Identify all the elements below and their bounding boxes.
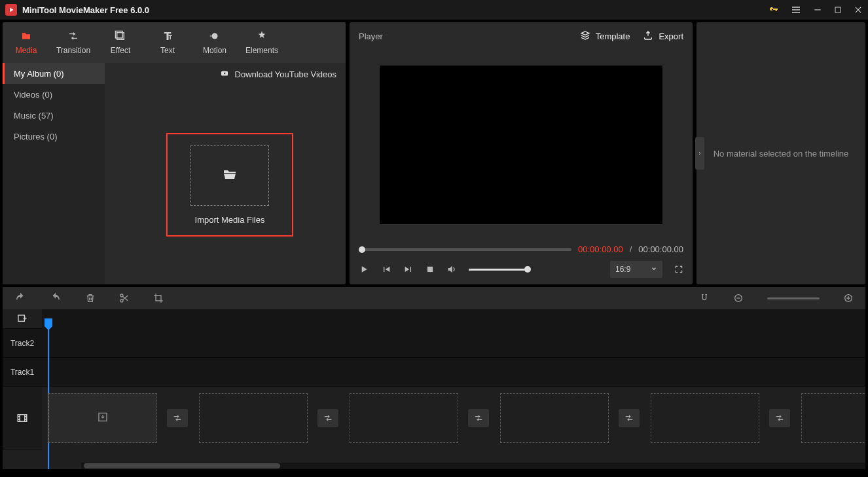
timeline-toolbar — [3, 287, 865, 309]
player-title: Player — [359, 31, 567, 41]
media-panel: Media Transition Effect Text — [3, 22, 346, 284]
tab-elements[interactable]: Elements — [238, 22, 285, 63]
volume-slider[interactable] — [469, 269, 528, 271]
timeline-body: Track2 Track1 — [3, 309, 865, 469]
sidebar-item-my-album[interactable]: My Album (0) — [3, 63, 105, 84]
volume-icon[interactable] — [446, 264, 457, 275]
tab-elements-label: Elements — [245, 46, 278, 55]
add-track-button[interactable] — [3, 309, 42, 329]
tab-effect[interactable]: Effect — [97, 22, 144, 63]
template-button[interactable]: Template — [580, 30, 630, 43]
video-preview[interactable] — [380, 66, 662, 224]
clip-slot[interactable] — [651, 393, 759, 443]
license-key-icon[interactable] — [769, 5, 779, 15]
effect-icon — [115, 30, 126, 42]
transition-icon — [67, 30, 80, 42]
undo-icon[interactable] — [14, 292, 26, 304]
import-label: Import Media Files — [195, 215, 265, 225]
chevron-down-icon — [651, 265, 657, 274]
tab-media-label: Media — [16, 46, 37, 55]
collapse-handle[interactable] — [695, 137, 704, 170]
track-1-lane[interactable] — [42, 358, 865, 387]
delete-icon[interactable] — [85, 293, 96, 303]
elements-icon — [256, 30, 268, 42]
clip-row[interactable] — [42, 387, 865, 449]
folder-open-icon — [221, 166, 239, 184]
track-2-lane[interactable] — [42, 329, 865, 358]
app-title: MiniTool MovieMaker Free 6.0.0 — [22, 5, 769, 15]
tab-motion-label: Motion — [203, 46, 226, 55]
player-panel: Player Template Export 00:00:00.00 / — [350, 22, 693, 284]
zoom-slider[interactable] — [767, 297, 820, 299]
playhead[interactable] — [45, 318, 52, 326]
split-icon[interactable] — [119, 293, 130, 303]
transition-slot-icon[interactable] — [317, 409, 338, 427]
svg-point-3 — [212, 33, 218, 39]
youtube-icon — [219, 69, 230, 79]
menu-icon[interactable] — [791, 5, 801, 15]
aspect-ratio-value: 16:9 — [615, 265, 630, 274]
redo-icon[interactable] — [50, 292, 62, 304]
clip-slot[interactable] — [48, 393, 157, 443]
track-label-1[interactable]: Track1 — [3, 358, 42, 387]
main-tabs: Media Transition Effect Text — [3, 22, 346, 63]
timeline-scrollbar[interactable] — [81, 463, 865, 469]
time-total: 00:00:00.00 — [638, 244, 683, 254]
svg-point-4 — [210, 35, 212, 37]
clip-slot[interactable] — [350, 393, 458, 443]
sidebar-item-music[interactable]: Music (57) — [3, 105, 105, 126]
export-icon — [643, 30, 653, 43]
prev-frame-icon[interactable] — [381, 264, 391, 275]
text-icon — [162, 30, 173, 42]
svg-rect-0 — [835, 7, 841, 12]
crop-icon[interactable] — [153, 293, 164, 303]
clip-slot[interactable] — [801, 393, 865, 443]
maximize-icon[interactable] — [834, 6, 842, 14]
transition-slot-icon[interactable] — [468, 409, 489, 427]
sidebar-item-videos[interactable]: Videos (0) — [3, 84, 105, 105]
fullscreen-icon[interactable] — [674, 265, 683, 274]
stop-icon[interactable] — [425, 265, 435, 274]
timeline-tracks[interactable] — [42, 309, 865, 469]
play-icon[interactable] — [359, 264, 369, 275]
export-label: Export — [659, 31, 683, 41]
timeline-left-column: Track2 Track1 — [3, 309, 42, 469]
tab-media[interactable]: Media — [3, 22, 50, 63]
close-icon[interactable] — [854, 5, 863, 14]
tab-effect-label: Effect — [111, 46, 130, 55]
export-button[interactable]: Export — [643, 30, 683, 43]
video-track-icon[interactable] — [3, 387, 42, 449]
time-current: 00:00:00.00 — [578, 244, 623, 254]
zoom-out-icon[interactable] — [733, 293, 744, 303]
clip-slot[interactable] — [500, 393, 609, 443]
motion-icon — [209, 30, 221, 42]
transition-slot-icon[interactable] — [769, 409, 790, 427]
timeline-panel: Track2 Track1 — [3, 287, 865, 469]
transition-slot-icon[interactable] — [167, 409, 188, 427]
sidebar-item-pictures[interactable]: Pictures (0) — [3, 126, 105, 147]
next-frame-icon[interactable] — [403, 264, 414, 275]
tab-transition[interactable]: Transition — [50, 22, 97, 63]
download-youtube-button[interactable]: Download YouTube Videos — [219, 69, 336, 79]
template-label: Template — [596, 31, 630, 41]
titlebar: MiniTool MovieMaker Free 6.0.0 — [0, 0, 868, 20]
folder-icon — [20, 30, 33, 42]
snap-icon[interactable] — [699, 293, 710, 303]
timeline-ruler[interactable] — [42, 309, 865, 329]
tab-transition-label: Transition — [56, 46, 90, 55]
minimize-icon[interactable] — [813, 5, 822, 14]
scrub-bar[interactable] — [359, 248, 571, 251]
transition-slot-icon[interactable] — [619, 409, 640, 427]
tab-motion[interactable]: Motion — [191, 22, 238, 63]
track-label-2[interactable]: Track2 — [3, 329, 42, 358]
download-youtube-label: Download YouTube Videos — [235, 69, 336, 79]
import-media-button[interactable]: Import Media Files — [166, 133, 293, 237]
tab-text[interactable]: Text — [144, 22, 191, 63]
clip-slot[interactable] — [199, 393, 308, 443]
tab-text-label: Text — [160, 46, 175, 55]
aspect-ratio-select[interactable]: 16:9 — [610, 261, 662, 278]
svg-rect-12 — [18, 414, 27, 421]
media-area: Download YouTube Videos Import Media Fil… — [105, 63, 346, 284]
zoom-in-icon[interactable] — [843, 293, 854, 303]
import-dashed-area — [190, 145, 269, 206]
